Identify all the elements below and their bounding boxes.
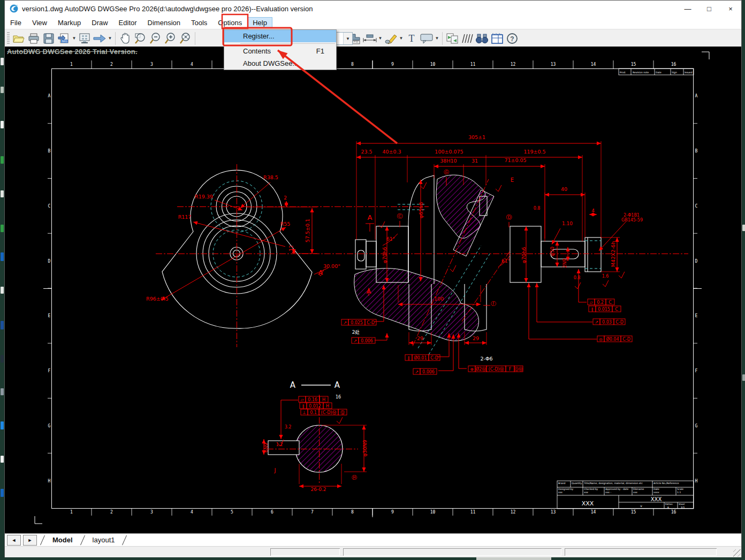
svg-text:R55: R55 [280,221,291,227]
svg-text:Date: Date [656,71,662,74]
svg-text:2N9: 2N9 [562,258,567,268]
viewports-button[interactable] [77,32,92,45]
floppy-disk-icon [43,33,54,44]
export-dropdown[interactable]: ▼ [71,32,77,45]
menu-item-markup[interactable]: Markup [53,18,86,28]
svg-text:Filename: Filename [633,488,644,490]
svg-text:ⓄⓂ: ⓄⓂ [514,367,523,372]
menu-item-help[interactable]: Help [248,18,272,28]
svg-text:D: D [48,259,51,264]
svg-text:0.012: 0.012 [309,404,321,409]
svg-text:6: 6 [271,510,273,515]
svg-text:A: A [290,380,296,390]
svg-text:Ⓠ: Ⓠ [340,410,345,415]
text-button[interactable]: T [404,32,419,45]
comment-button[interactable] [419,32,434,45]
desktop-icon-fragment [1,388,4,395]
menu-separator [240,43,335,44]
svg-text:4: 4 [191,510,193,515]
table-grid-button[interactable] [490,32,505,45]
help-menu-item-register[interactable]: Register... [224,30,336,42]
svg-text:0.1: 0.1 [310,410,317,415]
zoom-window-button[interactable] [133,32,148,45]
zoom-out-button[interactable] [148,32,163,45]
pencil-dropdown[interactable]: ▼ [398,32,404,45]
menu-item-dimension[interactable]: Dimension [143,18,185,28]
dimension-dropdown[interactable]: ▼ [377,32,383,45]
save-button[interactable] [41,32,56,45]
cad-drawing: 1122334455667788991010111112121313141415… [5,47,741,533]
section-a-a [268,385,343,472]
toolbar-grip[interactable] [7,32,10,45]
dimension-linear-button[interactable] [362,32,377,45]
close-button[interactable]: × [720,1,741,16]
pencil-icon [384,33,397,44]
print-button[interactable] [26,32,41,45]
help-menu-item-contents[interactable]: ContentsF1 [224,45,336,57]
svg-text:61°: 61° [386,236,395,242]
svg-text:4: 4 [191,62,193,67]
desktop-icon-fragment [1,190,4,197]
comment-dropdown[interactable]: ▼ [434,32,440,45]
open-button[interactable] [11,32,26,45]
svg-text:57.5±0.1: 57.5±0.1 [305,219,310,242]
svg-text:Edition: Edition [665,503,673,505]
copy-compare-button[interactable] [445,32,460,45]
freehand-pencil-button[interactable] [383,32,398,45]
svg-text:Ø2Ⓜ: Ø2Ⓜ [476,366,486,372]
export-image-button[interactable]: IMG [56,32,71,45]
sheet-tab-model[interactable]: Model [44,535,81,546]
svg-text:14: 14 [591,62,596,67]
svg-text:2: 2 [110,510,113,515]
svg-text:∥: ∥ [302,404,305,409]
svg-text:1.6: 1.6 [602,274,609,279]
hatch-button[interactable] [460,32,475,45]
title-block [557,481,694,509]
menu-item-editor[interactable]: Editor [114,18,142,28]
zoom-in-button[interactable] [163,32,178,45]
svg-text:2处: 2处 [352,329,360,335]
toolbar-separator [115,32,116,45]
svg-text:0.8: 0.8 [534,206,541,211]
pan-button[interactable] [118,32,133,45]
svg-text:xxx: xxx [584,491,588,494]
desktop-icon-fragment [1,456,4,463]
tab-scroll-right[interactable]: ► [23,535,37,546]
sheet-tab-bar: ◄ ► Modellayout1 [5,533,741,547]
maximize-button[interactable]: □ [698,1,720,16]
svg-text:R117: R117 [178,214,192,220]
svg-text:15: 15 [631,510,636,515]
svg-text:A: A [367,287,371,295]
drawing-canvas[interactable]: AutoDWG DWGSee 2026 Trial Version. [5,47,741,533]
svg-text:3.2: 3.2 [285,425,292,429]
svg-text:C: C [48,204,51,209]
monitor-grid-icon [79,33,90,44]
menu-item-tools[interactable]: Tools [186,18,212,28]
svg-text:∥: ∥ [591,307,594,312]
desktop-icon-fragment [1,121,4,128]
help-menu-item-aboutdwgsee[interactable]: About DWGSee... [224,57,336,70]
status-bar [5,546,741,557]
menu-item-file[interactable]: File [5,18,26,28]
svg-text:GB145-59: GB145-59 [621,218,643,223]
forward-dropdown[interactable]: ▼ [107,32,113,45]
svg-text:▱: ▱ [589,300,593,305]
menu-item-draw[interactable]: Draw [87,18,112,28]
menu-item-view[interactable]: View [27,18,52,28]
find-button[interactable] [475,32,490,45]
svg-text:Date: Date [653,488,659,490]
resize-grip[interactable] [733,549,741,557]
svg-text:3: 3 [150,510,153,515]
minimize-button[interactable]: — [677,1,698,16]
menu-item-options[interactable]: Options [213,18,247,28]
sheet-tab-layout1[interactable]: layout1 [84,535,124,546]
zoom-extents-button[interactable] [178,32,193,45]
help-button[interactable]: ? [505,32,520,45]
forward-arrow-button[interactable] [92,32,107,45]
svg-text:16: 16 [671,510,676,515]
combo-dropdown-icon[interactable]: ▼ [343,33,352,44]
tab-scroll-left[interactable]: ◄ [7,535,21,546]
svg-text:◎: ◎ [599,337,603,342]
menu-item-label: About DWGSee... [243,59,298,67]
svg-text:38H10: 38H10 [440,158,457,164]
